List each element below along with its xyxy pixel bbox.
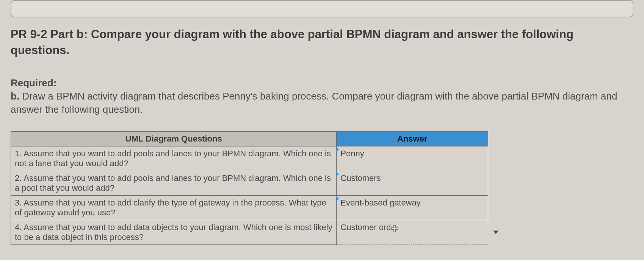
table-header-row: UML Diagram Questions Answer: [11, 131, 488, 146]
question-cell: 3. Assume that you want to add clarify t…: [11, 195, 337, 220]
table-row: 1. Assume that you want to add pools and…: [11, 146, 488, 171]
page-title: PR 9-2 Part b: Compare your diagram with…: [11, 26, 633, 58]
required-text: Draw a BPMN activity diagram that descri…: [11, 90, 617, 115]
question-cell: 1. Assume that you want to add pools and…: [11, 146, 337, 171]
table-row: 4. Assume that you want to add data obje…: [11, 220, 488, 244]
table-row: 2. Assume that you want to add pools and…: [11, 171, 488, 195]
dropdown-caret-icon[interactable]: [493, 230, 498, 234]
empty-input-box: [11, 0, 633, 17]
part-b-label: b.: [11, 90, 19, 102]
table-row: 3. Assume that you want to add clarify t…: [11, 195, 488, 220]
answer-text: Penny: [340, 149, 364, 158]
answer-text: Customer ord: [340, 223, 391, 232]
answer-cell[interactable]: Event-based gateway: [337, 195, 488, 220]
triangle-marker-icon: [336, 196, 339, 201]
triangle-marker-icon: [336, 172, 339, 176]
answer-cell[interactable]: Penny: [337, 146, 488, 171]
required-label: Required:: [11, 76, 633, 90]
answer-cell[interactable]: Customers: [337, 171, 488, 195]
questions-table: UML Diagram Questions Answer 1. Assume t…: [11, 131, 488, 245]
triangle-marker-icon: [336, 147, 339, 152]
question-cell: 2. Assume that you want to add pools and…: [11, 171, 337, 195]
header-answer: Answer: [337, 131, 488, 146]
answer-cell-editable[interactable]: Customer ord: [337, 220, 488, 244]
required-block: Required: b. Draw a BPMN activity diagra…: [11, 76, 633, 116]
answer-text: Customers: [340, 173, 381, 183]
plus-icon[interactable]: [391, 224, 398, 231]
question-cell: 4. Assume that you want to add data obje…: [11, 220, 337, 244]
header-questions: UML Diagram Questions: [11, 131, 337, 146]
answer-text: Event-based gateway: [340, 198, 421, 207]
